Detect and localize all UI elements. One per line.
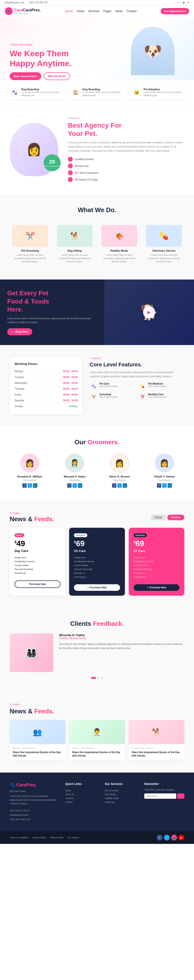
topbar-fb[interactable]: f [178,1,178,4]
topbar-tw[interactable]: t [180,1,181,4]
news-meta-2: By Admin | Pet, Medicine [132,747,181,749]
groomer-role-3: Cat Groomer [144,479,184,481]
footer-link-0[interactable]: Home [65,789,97,792]
about-text: ✦ About Us Best Agency For Your Pet. Lor… [68,117,184,182]
nav-services[interactable]: Services [88,10,99,13]
groomer-1-li[interactable]: in [78,483,82,488]
footer-col-links: Quick Links Home About Us Services Conta… [65,782,97,822]
news-title-1: Share five Inspirational Quotes of the D… [72,751,122,757]
footer-service-3[interactable]: Veterinary [105,800,137,804]
testimonial-dot-1[interactable] [97,677,99,679]
plan-feature-1-3: Spa and Grooming [74,567,120,571]
core-feature-3: 📅 Monthly Care Get a brief solution [138,393,184,401]
footer-social-ig[interactable]: 📷 [171,835,177,840]
groomer-card-1: 👩‍⚕️ Miranda H. Halim Veterinarian f t i… [54,453,95,488]
get-appointment-button[interactable]: Get Appointment [161,8,189,14]
plan-feature-1-5: Grooming 2x [74,575,120,579]
groomer-0-li[interactable]: in [33,483,37,488]
price-1: $69 [74,539,120,548]
features-row: 🐾 Dog Boarding Lorem ipsum dolor sit ame… [0,80,194,105]
footer-privacy[interactable]: Privacy Policy [32,836,46,839]
groomer-3-li[interactable]: in [168,483,172,488]
footer-logo: 🐾 CarePres. [10,782,58,788]
pricing-tab-monthly[interactable]: Monthly [167,515,184,520]
feature-icon-0: 🐾 [10,88,19,97]
footer-social-tw[interactable]: t [164,835,170,840]
plan-name-2: 2X Care [134,549,180,553]
groomer-3-tw[interactable]: t [162,483,167,488]
pricing-tab-yearly[interactable]: Yearly [151,515,165,520]
footer-link-3[interactable]: Contact [65,800,97,804]
newsletter-submit[interactable]: → [177,794,184,799]
service-title-2: Healthy Meals [101,249,137,252]
news-img-1: 👨‍⚕️ [69,720,125,744]
purchase-button-0[interactable]: Purchase Now [14,581,60,588]
footer-service-2[interactable]: Healthy Meals [105,796,137,800]
groomer-avatar-0: 👩 [20,453,40,473]
core-feature-0: 🐾 Pet Care Get a brief solution [90,382,135,390]
nav-news[interactable]: News [115,10,123,13]
hours-row-4: Friday 09:00 - 18:00 [14,392,78,398]
feature-title-1: Dog Boarding [83,88,123,91]
groomer-1-fb[interactable]: f [67,483,72,488]
groomer-1-tw[interactable]: t [73,483,77,488]
footer-link-2[interactable]: Services [65,796,97,800]
footer-support[interactable]: Our Support [67,836,79,839]
plan-feature-2-5: Grooming 2x [134,575,180,579]
groomer-2-tw[interactable]: t [118,483,122,488]
footer-refund[interactable]: Refund Policy [50,836,64,839]
footer-col-services: Our Services Pet Grooming Dog Sitting He… [105,782,137,822]
core-title: Core Level Features. [90,361,184,368]
service-thumb-3: 💊 [146,225,182,247]
footer-link-1[interactable]: About Us [65,792,97,796]
plan-feature-0-0: Single room [14,556,60,560]
plan-name-1: 2X Care [74,549,120,553]
nav-contact[interactable]: Contact [127,10,137,13]
purchase-button-2[interactable]: ✓ Purchase Now [134,584,180,591]
nav-about[interactable]: About [76,10,84,13]
testimonial-dot-0[interactable] [91,677,96,679]
news-title-2: Share five Inspirational Quotes of the D… [132,751,181,757]
hero-text: ✦ Enjoy Your Holiday We Keep Them Happy … [10,43,131,80]
plan-feature-0-3: Spa and Grooming [14,567,60,571]
footer-address: 1476, New York, NYC [10,817,58,822]
topbar-yt[interactable]: ▶ [183,1,185,4]
footer-terms[interactable]: Terms & Conditions [10,836,29,839]
footer-service-1[interactable]: Dog Sitting [105,792,137,796]
logo-sub: Pet Care Center [14,13,41,14]
testimonial-role: Founder, Miranda Family [59,637,184,640]
footer-social-yt[interactable]: ▶ [178,835,184,840]
hero-appointment-button[interactable]: Make Appointment [10,72,41,80]
newsletter-input[interactable] [144,794,176,799]
hero-phone-button[interactable]: 980-234-84-32 [44,72,70,80]
footer: 🐾 CarePres. Pet Care Center Lorem ipsum … [0,773,194,844]
experience-badge: 20 Years Experience [44,154,60,171]
purchase-button-1[interactable]: ✓ Purchase Now [74,584,120,591]
footer-service-0[interactable]: Pet Grooming [105,789,137,792]
groomer-0-tw[interactable]: t [28,483,32,488]
nav-home[interactable]: Home [65,10,73,13]
groomer-3-fb[interactable]: f [157,483,161,488]
badge-dot-1: ✓ [68,164,73,169]
topbar-email: info@domain.com [5,1,24,4]
topbar-li[interactable]: in [187,1,189,4]
nav-pages[interactable]: Pages [103,10,111,13]
news-card-0: 👥 By Admin | Pet, Medicine Share five In… [10,720,65,760]
service-title-0: Pet Grooming [12,249,48,252]
cta-right: 🐕 ▶ [104,280,194,345]
footer-col-title: Quick Links [65,782,97,786]
groomer-2-li[interactable]: in [123,483,127,488]
groomer-card-3: 👩 Yokalli Y. Yankee Cat Groomer f t in [144,453,184,488]
testimonial-dot-2[interactable] [101,677,103,679]
shop-now-button[interactable]: 🛒 Shop Now [7,328,32,335]
groomer-2-fb[interactable]: f [112,483,116,488]
footer-social-fb[interactable]: f [157,835,162,840]
hero-dog-illustration: 🐶 [131,27,175,75]
video-play-button[interactable]: ▶ [143,306,155,318]
news-card-2: 🐕 By Admin | Pet, Medicine Share five In… [129,720,184,760]
news-card-1: 👨‍⚕️ By Admin | Pet, Medicine Share five… [69,720,125,760]
groomer-name-0: Rosalina D. William [10,475,50,478]
service-thumb-2: 🍖 [101,225,137,247]
cf-title-1: Pet Medicine [148,382,167,385]
groomer-0-fb[interactable]: f [22,483,27,488]
